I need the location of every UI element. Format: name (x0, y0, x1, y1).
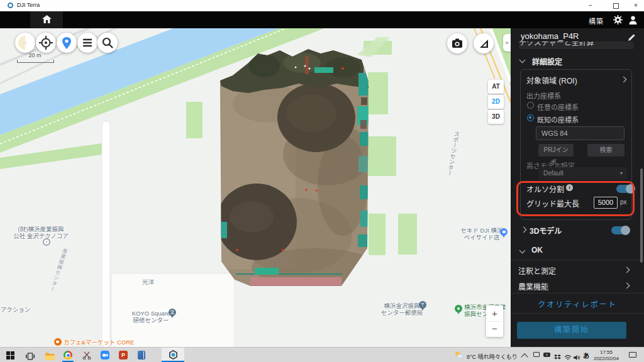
poi-ring-icon[interactable] (43, 238, 50, 246)
model-3d-toggle[interactable] (611, 226, 629, 234)
close-icon: × (634, 2, 638, 9)
tray-expand-chevron-icon[interactable] (521, 353, 528, 360)
scissors-icon (82, 351, 91, 359)
tray-device-icon[interactable] (533, 352, 540, 357)
home-button[interactable] (30, 11, 63, 28)
screen: DJI Terra − × 構築 (0, 0, 644, 362)
caret-down-icon: ▾ (620, 167, 623, 180)
view-mode-at[interactable]: AT (488, 80, 504, 94)
window-title: DJI Terra (17, 2, 40, 8)
poi-label-techno-core: (財)横浜産業振興公社 金沢テクノコア (6, 226, 75, 239)
ortho-split-row: オルソ分割 i (526, 184, 627, 194)
section-advanced-settings[interactable]: 詳細設定 (519, 56, 638, 66)
map-viewport[interactable]: » 20 m AT 2D 3D (財)横浜産業振興公社 金沢テクノコア 産業振興… (0, 28, 511, 348)
folder-icon (45, 353, 55, 360)
poi-label-cafe: カフェ&マーケット CORE (64, 339, 134, 346)
close-button[interactable]: × (625, 0, 644, 11)
notebook-app-button[interactable] (138, 351, 145, 359)
chevron-right-icon (624, 283, 630, 289)
search-coord-button[interactable]: 検索 (587, 144, 625, 156)
marker-button[interactable] (57, 33, 77, 53)
roi-row[interactable]: 対象領域 (ROI) (526, 75, 627, 85)
advanced-settings-box: 対象領域 (ROI) 出力座標系 任意の座標系 既知の座標系 WGS 84 PR… (520, 69, 632, 220)
school-pin-icon[interactable]: 文 (169, 309, 176, 316)
grid-max-input[interactable]: 5000 (594, 197, 618, 209)
info-icon[interactable]: i (566, 184, 573, 191)
orthomosaic (216, 49, 377, 287)
section-3d-model[interactable]: 3Dモデル (511, 223, 644, 237)
chevron-right-icon (521, 227, 527, 233)
zoom-app-button[interactable] (101, 351, 109, 359)
powerpoint-button[interactable]: P (119, 351, 128, 359)
dji-terra-taskbar-button[interactable] (162, 348, 184, 362)
layers-list-button[interactable] (77, 33, 97, 53)
chrome-button[interactable] (64, 351, 72, 359)
chevron-down-icon (519, 57, 526, 63)
section-ok[interactable]: OK (511, 244, 644, 257)
app-navbar: 構築 (0, 11, 644, 28)
file-explorer-button[interactable] (45, 351, 55, 362)
toggle-knob (626, 184, 635, 194)
video-camera-icon (101, 351, 109, 359)
tray-volume-icon[interactable] (574, 352, 580, 362)
poi-label-action: ーアクション (0, 306, 30, 313)
minimize-icon: − (589, 2, 592, 9)
scale-label: 20 m (17, 52, 53, 58)
account-button[interactable] (628, 15, 638, 27)
agriculture-row[interactable]: 農業機能 (511, 278, 644, 293)
coord-system-input[interactable]: WGS 84 (536, 126, 625, 140)
tray-dropbox-icon[interactable] (554, 352, 561, 362)
post-pin-icon[interactable]: 〒 (419, 301, 426, 309)
snipping-tool-button[interactable] (82, 351, 91, 362)
weather-widget[interactable]: 8°C 晴れ時々くもり (467, 353, 518, 361)
height-model-select[interactable]: Default ▾ (538, 167, 627, 180)
divider (511, 293, 644, 293)
shop-pin-icon[interactable] (500, 228, 508, 236)
quality-report-link[interactable]: クオリティレポート (511, 299, 644, 309)
clock-date: 2022/02/04 (590, 356, 623, 362)
tray-wifi-icon[interactable] (564, 352, 572, 362)
scale-bar (17, 60, 54, 63)
action-center-icon[interactable] (629, 352, 636, 358)
search-button[interactable] (97, 33, 118, 53)
ortho-split-toggle[interactable] (616, 185, 634, 193)
minimize-button[interactable]: − (580, 0, 601, 11)
grid-max-row: グリッド最大長 5000 px (526, 198, 627, 211)
measure-button[interactable] (474, 33, 494, 53)
pencil-icon (628, 33, 636, 41)
tray-camera-icon[interactable] (543, 353, 550, 357)
view-mode-2d[interactable]: 2D (488, 95, 504, 109)
prj-import-button[interactable]: PRJインポ... (538, 144, 574, 156)
ime-indicator[interactable]: あ (583, 351, 589, 360)
maximize-button[interactable] (605, 0, 626, 11)
annotation-measure-row[interactable]: 注釈と測定 (511, 262, 644, 277)
start-button[interactable] (6, 351, 14, 362)
panel-scrollbar[interactable] (640, 168, 643, 263)
build-menu[interactable]: 構築 (589, 16, 604, 26)
home-icon (42, 15, 52, 24)
compass-button[interactable] (15, 33, 35, 53)
weather-icon[interactable] (454, 351, 464, 362)
screenshot-button[interactable] (447, 33, 467, 53)
window-titlebar: DJI Terra − × (0, 0, 644, 11)
dji-terra-icon (169, 350, 178, 359)
locate-button[interactable] (36, 33, 56, 53)
taskbar: P 8°C 晴れ時々くもり あ (0, 347, 644, 362)
windows-icon (6, 351, 14, 359)
scrolled-option-row[interactable]: テクスチャーと全計算 (519, 41, 633, 49)
zoom-in-button[interactable]: + (486, 305, 503, 321)
set-square-icon (474, 33, 494, 53)
task-view-button[interactable] (26, 351, 35, 362)
clock[interactable]: 17:55 2022/02/04 (590, 349, 623, 361)
map-pin-icon (57, 33, 77, 53)
output-coord-label: 出力座標系 (526, 90, 561, 101)
chevron-down-icon (519, 248, 526, 254)
settings-button[interactable] (613, 15, 623, 27)
chevron-right-double-icon: » (505, 40, 508, 46)
start-build-button[interactable]: 構築開始 (517, 322, 626, 339)
crosshair-icon (36, 33, 56, 53)
zoom-out-button[interactable]: − (486, 321, 503, 337)
cafe-pin-icon[interactable] (54, 338, 62, 346)
collapse-panel-tab[interactable]: » (503, 34, 511, 52)
view-mode-3d[interactable]: 3D (488, 110, 504, 124)
